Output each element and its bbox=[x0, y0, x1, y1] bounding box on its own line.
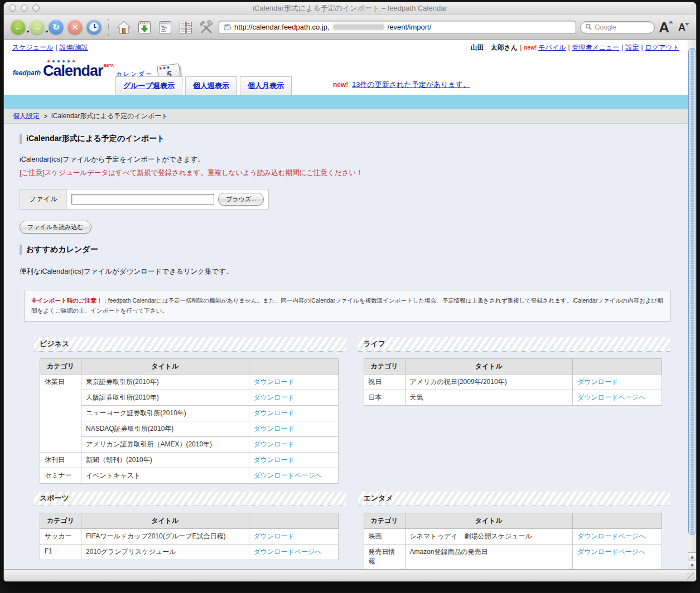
decrease-font-button[interactable]: A bbox=[678, 22, 689, 32]
bookmarks-icon bbox=[178, 20, 193, 35]
category-column-header: カテゴリ bbox=[364, 358, 405, 374]
back-button[interactable]: ← bbox=[11, 20, 26, 35]
search-input[interactable] bbox=[595, 23, 640, 31]
section-header: ビジネス bbox=[34, 337, 346, 352]
view-tab-link-2[interactable]: 個人月表示 bbox=[248, 81, 284, 90]
view-source-button[interactable] bbox=[157, 19, 173, 36]
redacted-url-segment bbox=[333, 24, 384, 30]
import-note-title: ※インポート時のご注意！ bbox=[31, 297, 102, 304]
calendar-table: カテゴリタイトルサッカーFIFAワールドカップ2010(グループE試合日程)ダウ… bbox=[40, 513, 339, 560]
history-button[interactable] bbox=[86, 20, 102, 35]
tools-icon bbox=[199, 20, 214, 35]
tools-button[interactable] bbox=[198, 19, 215, 36]
import-description: iCalendar(ics)ファイルから予定をインポートができます。 bbox=[20, 155, 671, 164]
view-tab-link-1[interactable]: 個人週表示 bbox=[193, 81, 229, 90]
web-page: スケジュール|設備/施設 山田 太郎さん|new!モバイル|管理者メニュー|設定… bbox=[4, 40, 688, 569]
category-column-header: カテゴリ bbox=[364, 513, 405, 528]
accent-bar bbox=[4, 95, 688, 109]
topnav-right-link-1[interactable]: 管理者メニュー bbox=[572, 43, 620, 51]
download-link[interactable]: ダウンロードページへ bbox=[254, 472, 322, 479]
topnav-right-link-2[interactable]: 設定 bbox=[625, 43, 639, 51]
link-column-header bbox=[249, 358, 338, 374]
topnav-right-link-3[interactable]: ログアウト bbox=[645, 43, 679, 51]
nav-separator: | bbox=[568, 43, 569, 51]
close-window-button[interactable] bbox=[9, 4, 16, 12]
font-smaller-arrow-icon bbox=[685, 23, 689, 26]
window-titlebar[interactable]: iCalendar形式による予定のインポート – feedpath Calend… bbox=[4, 2, 696, 14]
back-dropdown-icon bbox=[26, 31, 30, 33]
breadcrumb-separator: > bbox=[44, 113, 47, 120]
search-field[interactable] bbox=[580, 21, 655, 33]
download-link[interactable]: ダウンロード bbox=[254, 440, 295, 448]
resize-grip[interactable] bbox=[687, 572, 694, 580]
link-column-header bbox=[249, 513, 338, 528]
bookmarks-button[interactable] bbox=[177, 19, 194, 36]
calendar-table: カテゴリタイトル祝日アメリカの祝日(2009年/2010年)ダウンロード日本天気… bbox=[364, 358, 663, 406]
download-link[interactable]: ダウンロード bbox=[254, 456, 295, 464]
vertical-scrollbar[interactable]: ▲ ▼ bbox=[688, 40, 696, 569]
file-path-input[interactable] bbox=[71, 194, 214, 205]
download-link[interactable]: ダウンロードページへ bbox=[577, 548, 645, 556]
download-link[interactable]: ダウンロード bbox=[254, 393, 295, 401]
user-name: 山田 太郎さん bbox=[471, 43, 518, 51]
download-link[interactable]: ダウンロードページへ bbox=[577, 393, 645, 401]
calendar-table: カテゴリタイトル映画シネマトゥデイ 劇場公開スケジュールダウンロードページへ発売… bbox=[364, 513, 663, 569]
main-content: iCalendar形式による予定のインポート iCalendar(ics)ファイ… bbox=[4, 124, 688, 569]
download-link[interactable]: ダウンロードページへ bbox=[254, 548, 322, 556]
view-tab-1[interactable]: 個人週表示 bbox=[185, 76, 237, 95]
site-masthead: feedpath CalendarBETA カレンダー 5 グループ週表示個人週… bbox=[4, 55, 688, 95]
site-favicon-icon bbox=[223, 23, 231, 31]
download-link[interactable]: ダウンロードページへ bbox=[577, 532, 645, 540]
import-note-box: ※インポート時のご注意！：feedpath Calendarには予定一括削除の機… bbox=[24, 290, 671, 322]
file-field-label: ファイル bbox=[20, 189, 67, 209]
scroll-down-button[interactable]: ▼ bbox=[688, 561, 696, 569]
reload-button[interactable]: ↻ bbox=[49, 20, 64, 35]
stop-button[interactable]: ✕ bbox=[67, 20, 83, 35]
home-button[interactable] bbox=[115, 19, 132, 36]
table-header-row: カテゴリタイトル bbox=[40, 513, 339, 528]
site-nav-right: 山田 太郎さん|new!モバイル|管理者メニュー|設定|ログアウト bbox=[471, 43, 679, 52]
download-link[interactable]: ダウンロード bbox=[254, 378, 295, 386]
font-larger-arrow-icon bbox=[669, 21, 673, 23]
view-tab-0[interactable]: グループ週表示 bbox=[115, 76, 182, 95]
address-bar[interactable]: http://calendar.feedpath.co.jp,/event/im… bbox=[219, 21, 576, 34]
download-link[interactable]: ダウンロード bbox=[254, 425, 295, 432]
download-link[interactable]: ダウンロード bbox=[254, 409, 295, 417]
minimize-window-button[interactable] bbox=[21, 4, 28, 12]
zoom-window-button[interactable] bbox=[32, 4, 40, 12]
recommended-calendars-heading: おすすめカレンダー bbox=[20, 245, 671, 255]
topnav-right-link-0[interactable]: モバイル bbox=[538, 43, 566, 51]
downloads-button[interactable] bbox=[136, 19, 153, 36]
nav-separator: | bbox=[621, 43, 623, 51]
title-cell: ニューヨーク証券取引所(2010年) bbox=[81, 405, 249, 421]
increase-font-button[interactable]: A bbox=[659, 20, 673, 35]
forward-button[interactable]: → bbox=[30, 20, 45, 35]
title-column-header: タイトル bbox=[405, 513, 573, 528]
load-file-button[interactable]: ファイルを読み込む bbox=[20, 221, 91, 234]
recommended-calendars-description: 便利なiCalendar(ics)ファイルがダウンロードできるリンク集です。 bbox=[20, 267, 671, 276]
mobile-new-badge: new! bbox=[524, 45, 537, 51]
view-tab-link-0[interactable]: グループ週表示 bbox=[123, 81, 175, 90]
table-row: F12010グランプリスケジュールダウンロードページへ bbox=[40, 544, 339, 560]
download-link[interactable]: ダウンロード bbox=[254, 532, 295, 540]
updated-events-link[interactable]: 13件の更新された予定があります。 bbox=[352, 80, 470, 89]
link-cell: ダウンロードページへ bbox=[249, 544, 338, 560]
browse-button[interactable]: ブラウズ... bbox=[218, 193, 264, 206]
table-row: 発売日情報Amazon登録商品の発売日ダウンロードページへ bbox=[364, 544, 662, 569]
topnav-left-link-0[interactable]: スケジュール bbox=[12, 43, 53, 51]
category-cell: 休業日 bbox=[40, 374, 81, 452]
breadcrumb-personal-settings-link[interactable]: 個人設定 bbox=[13, 111, 40, 121]
download-link[interactable]: ダウンロード bbox=[577, 378, 618, 386]
link-cell: ダウンロード bbox=[249, 405, 338, 421]
section-table-wrap: カテゴリタイトル祝日アメリカの祝日(2009年/2010年)ダウンロード日本天気… bbox=[364, 358, 663, 406]
scroll-up-button[interactable]: ▲ bbox=[688, 552, 696, 561]
link-column-header bbox=[573, 358, 662, 374]
logo-wordmark: CalendarBETA カレンダー bbox=[43, 59, 153, 79]
scrollbar-thumb[interactable] bbox=[688, 48, 696, 535]
forward-icon: → bbox=[33, 22, 41, 32]
update-notice: new! 13件の更新された予定があります。 bbox=[333, 80, 470, 90]
category-cell: 日本 bbox=[364, 390, 405, 405]
view-tab-2[interactable]: 個人月表示 bbox=[240, 76, 292, 95]
submit-row: ファイルを読み込む bbox=[20, 221, 671, 234]
topnav-left-link-1[interactable]: 設備/施設 bbox=[60, 43, 88, 51]
